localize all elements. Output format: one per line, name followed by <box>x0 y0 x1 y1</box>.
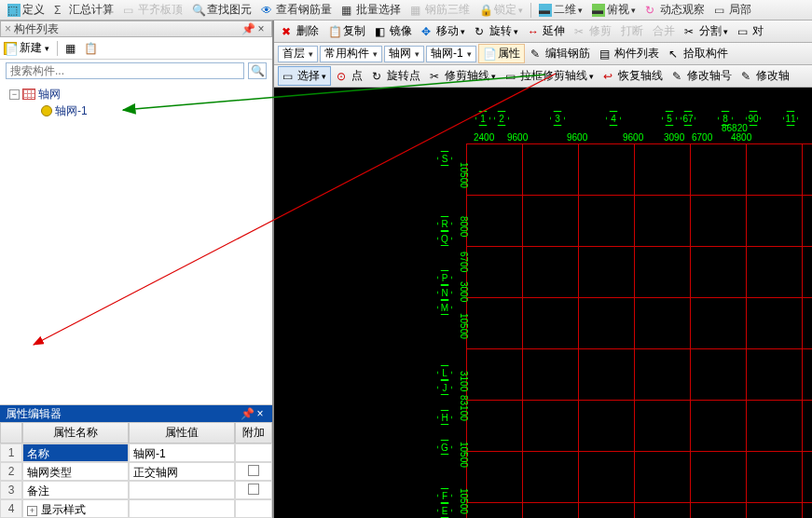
box-trim-button[interactable]: ▭拉框修剪轴线▾ <box>502 67 598 85</box>
prop-extra <box>235 443 272 462</box>
row-label: M <box>437 300 452 315</box>
rebar-3d-button[interactable]: ▦钢筋三维 <box>406 1 474 19</box>
modify-axis-button[interactable]: ✎修改轴 <box>737 67 793 85</box>
selector-toolbar: 首层▾ 常用构件▾ 轴网▾ 轴网-1▾ 📄属性 ✎编辑钢筋 ▤构件列表 ↖拾取构… <box>274 43 812 65</box>
col-label: 5 <box>662 111 677 126</box>
prop-extra-checkbox[interactable] <box>235 462 272 481</box>
delete-button[interactable]: ✖删除 <box>278 22 323 40</box>
item-dropdown[interactable]: 轴网-1▾ <box>426 46 476 62</box>
h-dim: 9600 <box>623 132 643 143</box>
pick-component-button[interactable]: ↖拾取构件 <box>665 45 732 62</box>
v-dim: 3000 <box>459 281 469 302</box>
close-icon[interactable]: × <box>254 407 267 420</box>
edit-toolbar: ✖删除 📋复制 ◧镜像 ✥移动▾ ↻旋转▾ ↔延伸 ✂修剪 打断 合并 ✂分割▾… <box>274 20 812 43</box>
split-button[interactable]: ✂分割▾ <box>681 22 732 40</box>
prop-name[interactable]: 备注 <box>22 481 129 499</box>
search-row: 🔍 <box>0 60 272 82</box>
prop-value[interactable]: 正交轴网 <box>129 462 235 481</box>
col-label: 2 <box>494 111 509 126</box>
dynamic-view-button[interactable]: ↻动态观察 <box>641 1 709 19</box>
row-label: G <box>437 440 452 455</box>
prop-extra <box>235 499 272 518</box>
summary-button[interactable]: Σ汇总计算 <box>50 1 117 19</box>
tree-root-grid[interactable]: − 轴网 <box>6 86 267 102</box>
property-editor: 属性编辑器 📌 × 属性名称 属性值 附加 1 名称 轴网-1 2 轴网类型 正… <box>0 404 272 518</box>
prop-extra-checkbox[interactable] <box>235 481 272 499</box>
row-label: J <box>437 380 452 395</box>
col-name: 属性名称 <box>22 422 129 443</box>
col-label: 67 <box>681 111 695 126</box>
col-label: 4 <box>606 111 621 126</box>
align-top-button[interactable]: ▭平齐板顶 <box>119 1 186 19</box>
rownum: 2 <box>0 462 22 481</box>
category-dropdown[interactable]: 常用构件▾ <box>320 46 382 62</box>
h-dim: 3090 <box>664 132 684 143</box>
rownum: 4 <box>0 499 22 518</box>
v-dim: 83100 <box>459 395 469 421</box>
close-icon[interactable]: × <box>255 22 268 35</box>
row-label: S <box>437 151 452 166</box>
prop-name[interactable]: 名称 <box>22 443 129 462</box>
property-titlebar: 属性编辑器 📌 × <box>0 405 272 422</box>
type-dropdown[interactable]: 轴网▾ <box>384 46 424 62</box>
break-button[interactable]: 打断 <box>617 22 647 40</box>
property-grid: 属性名称 属性值 附加 1 名称 轴网-1 2 轴网类型 正交轴网 3 备注 4… <box>0 422 272 518</box>
tool-icon-2[interactable]: 📋 <box>84 42 97 55</box>
align-button[interactable]: ▭对 <box>734 22 767 40</box>
h-dim: 9600 <box>507 132 528 143</box>
row-label: Q <box>437 231 452 246</box>
copy-button[interactable]: 📋复制 <box>324 22 369 40</box>
pin-icon[interactable]: 📌 <box>241 22 255 35</box>
grid-lines <box>466 143 812 518</box>
prop-value[interactable] <box>129 499 235 518</box>
tree-child-grid1[interactable]: 轴网-1 <box>6 102 267 119</box>
component-tree: − 轴网 轴网-1 <box>0 82 272 404</box>
v-dim: 10500 <box>459 442 469 468</box>
batch-select-button[interactable]: ▦批量选择 <box>337 1 405 19</box>
view-rebar-button[interactable]: 👁查看钢筋量 <box>257 1 336 19</box>
extend-button[interactable]: ↔延伸 <box>524 22 569 40</box>
edit-rebar-button[interactable]: ✎编辑钢筋 <box>527 45 594 62</box>
find-element-button[interactable]: 🔍查找图元 <box>188 1 255 19</box>
h-dim: 2400 <box>474 132 494 143</box>
prop-value[interactable]: 轴网-1 <box>129 443 235 462</box>
select-button[interactable]: ▭选择▾ <box>278 66 331 86</box>
overlook-button[interactable]: ▬俯视▾ <box>588 1 640 19</box>
axis-toolbar: ▭选择▾ ⊙点 ↻旋转点 ✂修剪轴线▾ ▭拉框修剪轴线▾ ↩恢复轴线 ✎修改轴号… <box>274 65 812 88</box>
properties-button[interactable]: 📄属性 <box>478 44 525 63</box>
define-button[interactable]: ⬚定义 <box>4 1 48 19</box>
row-label: L <box>437 365 452 380</box>
trim-button[interactable]: ✂修剪 <box>571 22 615 40</box>
move-button[interactable]: ✥移动▾ <box>418 22 469 40</box>
merge-button[interactable]: 合并 <box>649 22 679 40</box>
new-button[interactable]: 📄新建▾ <box>4 40 49 56</box>
modify-number-button[interactable]: ✎修改轴号 <box>668 67 736 85</box>
prop-name[interactable]: 轴网类型 <box>22 462 129 481</box>
v-dim: 8000 <box>459 216 469 237</box>
prop-value[interactable] <box>129 481 235 499</box>
tool-icon-1[interactable]: ▦ <box>65 42 78 55</box>
drawing-canvas[interactable]: 1 2 3 4 5 67 8 90 11 S R Q P N M L J H G… <box>274 88 812 518</box>
restore-axis-button[interactable]: ↩恢复轴线 <box>599 67 667 85</box>
lock-button[interactable]: 🔒锁定▾ <box>475 1 527 19</box>
local-view-button[interactable]: ▭局部 <box>710 1 755 19</box>
collapse-icon[interactable]: − <box>9 89 20 100</box>
gear-icon <box>41 105 52 116</box>
view-2d-button[interactable]: ▬二维▾ <box>535 1 586 19</box>
col-value: 属性值 <box>129 422 235 443</box>
v-dim: 6700 <box>459 252 469 272</box>
search-input[interactable] <box>6 62 244 79</box>
point-button[interactable]: ⊙点 <box>333 67 366 85</box>
row-label: H <box>437 410 452 425</box>
trim-axis-button[interactable]: ✂修剪轴线▾ <box>426 67 500 85</box>
h-dim: 86820 <box>722 123 748 133</box>
prop-name[interactable]: +显示样式 <box>22 499 129 518</box>
floor-dropdown[interactable]: 首层▾ <box>278 46 318 62</box>
search-button[interactable]: 🔍 <box>248 62 267 79</box>
component-list-button[interactable]: ▤构件列表 <box>596 45 663 62</box>
pin-icon[interactable]: 📌 <box>241 407 254 420</box>
rotate-point-button[interactable]: ↻旋转点 <box>368 67 424 85</box>
mirror-button[interactable]: ◧镜像 <box>371 22 416 40</box>
v-dim: 10500 <box>459 488 469 514</box>
rotate-button[interactable]: ↻旋转▾ <box>471 22 522 40</box>
